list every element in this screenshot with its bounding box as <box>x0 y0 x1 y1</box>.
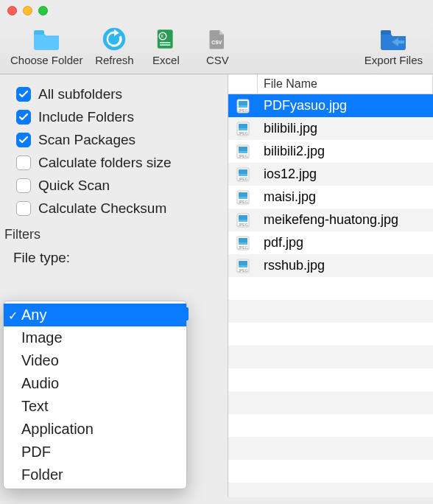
svg-rect-23 <box>239 174 247 176</box>
svg-text:JPEG: JPEG <box>238 154 247 158</box>
table-row[interactable]: JPEG pdf.jpg <box>228 231 433 254</box>
file-name-cell: ios12.jpg <box>258 167 433 182</box>
file-name-cell: pdf.jpg <box>258 235 433 251</box>
svg-rect-6 <box>160 44 170 46</box>
file-type-label: File type: <box>0 247 228 270</box>
file-icon: JPEG <box>228 258 258 274</box>
minimize-window[interactable] <box>23 6 32 15</box>
checkbox-icon <box>16 201 31 216</box>
file-type-option[interactable]: ✓Image <box>4 326 186 349</box>
file-type-option[interactable]: ✓Application <box>4 418 186 441</box>
file-name-cell: bilibili2.jpg <box>258 144 433 159</box>
file-icon: JPEG <box>228 144 258 160</box>
opt-quick-scan[interactable]: Quick Scan <box>16 178 219 194</box>
table-row[interactable]: JPEG meikefeng-huatong.jpg <box>228 209 433 231</box>
col-header-icon[interactable] <box>228 74 258 94</box>
svg-text:JPEG: JPEG <box>238 131 247 136</box>
toolbar: Choose Folder Refresh x Excel <box>0 21 433 74</box>
opt-label: Calculate Checksum <box>38 200 166 217</box>
file-type-option[interactable]: ✓Video <box>4 349 186 372</box>
file-icon: JPEG <box>228 167 258 183</box>
svg-text:JPEG: JPEG <box>238 200 247 204</box>
table-row <box>228 277 433 300</box>
file-name-cell: PDFyasuo.jpg <box>258 98 433 113</box>
opt-label: Include Folders <box>38 109 134 125</box>
opt-all-subfolders[interactable]: All subfolders <box>16 86 219 102</box>
svg-text:JPEG: JPEG <box>238 268 247 273</box>
file-type-option-label: Audio <box>21 375 59 392</box>
table-row[interactable]: JPEG bilibili.jpg <box>228 117 433 140</box>
file-type-option-label: Text <box>21 398 49 415</box>
table-row <box>228 323 433 346</box>
excel-icon: x <box>151 24 180 54</box>
svg-rect-39 <box>239 265 247 267</box>
svg-text:JPEG: JPEG <box>238 245 247 250</box>
svg-rect-31 <box>239 220 247 222</box>
file-type-dropdown[interactable]: ✓Any✓Image✓Video✓Audio✓Text✓Application✓… <box>3 301 187 489</box>
file-type-option-label: Image <box>21 329 63 346</box>
svg-rect-11 <box>239 105 247 108</box>
export-files-label: Export Files <box>365 54 423 66</box>
table-row[interactable]: JPEG rsshub.jpg <box>228 254 433 277</box>
excel-button[interactable]: x Excel <box>140 24 191 66</box>
table-row[interactable]: JPEG ios12.jpg <box>228 163 433 186</box>
check-icon: ✓ <box>8 308 18 322</box>
file-type-option[interactable]: ✓Any <box>4 304 186 326</box>
svg-text:JPEG: JPEG <box>238 223 247 227</box>
export-files-button[interactable]: Export Files <box>359 24 429 66</box>
file-name-cell: rsshub.jpg <box>258 258 433 273</box>
folder-icon <box>32 24 61 54</box>
svg-rect-5 <box>160 42 170 43</box>
opt-label: Calculate folders size <box>38 155 172 171</box>
opt-label: All subfolders <box>38 86 122 102</box>
file-type-option-label: Any <box>21 307 46 323</box>
table-row[interactable]: JPEG bilibili2.jpg <box>228 140 433 163</box>
file-type-option[interactable]: ✓Text <box>4 395 186 418</box>
svg-rect-8 <box>381 30 391 35</box>
file-name-cell: maisi.jpg <box>258 189 433 205</box>
opt-calc-folder-size[interactable]: Calculate folders size <box>16 155 219 171</box>
opt-scan-packages[interactable]: Scan Packages <box>16 132 219 148</box>
file-type-option-label: Folder <box>21 466 63 483</box>
export-icon <box>379 24 408 54</box>
csv-button[interactable]: CSV CSV <box>191 24 243 66</box>
window-controls <box>0 0 433 21</box>
opt-label: Scan Packages <box>38 132 135 148</box>
file-type-option[interactable]: ✓Folder <box>4 463 186 486</box>
svg-rect-27 <box>239 197 247 199</box>
svg-rect-35 <box>239 242 247 245</box>
file-list: File Name JPEG PDFyasuo.jpg JPEG bilibil… <box>228 74 433 497</box>
file-type-option[interactable]: ✓PDF <box>4 441 186 463</box>
svg-text:CSV: CSV <box>212 40 222 45</box>
file-type-option-label: Video <box>21 352 59 369</box>
checkbox-icon <box>16 87 31 102</box>
svg-rect-19 <box>239 151 247 153</box>
choose-folder-button[interactable]: Choose Folder <box>4 24 88 66</box>
close-window[interactable] <box>7 6 17 15</box>
table-row[interactable]: JPEG maisi.jpg <box>228 186 433 209</box>
csv-icon: CSV <box>203 24 232 54</box>
file-icon: JPEG <box>228 212 258 228</box>
opt-include-folders[interactable]: Include Folders <box>16 109 219 125</box>
file-type-option-label: PDF <box>21 444 51 461</box>
file-icon: JPEG <box>228 98 258 114</box>
checkbox-icon <box>16 110 31 125</box>
col-header-filename[interactable]: File Name <box>258 74 433 94</box>
csv-label: CSV <box>206 54 229 66</box>
svg-text:JPEG: JPEG <box>238 108 247 113</box>
table-row <box>228 460 433 483</box>
table-row[interactable]: JPEG PDFyasuo.jpg <box>228 94 433 117</box>
opt-calc-checksum[interactable]: Calculate Checksum <box>16 200 219 217</box>
file-name-cell: meikefeng-huatong.jpg <box>258 212 433 228</box>
choose-folder-label: Choose Folder <box>10 54 82 66</box>
zoom-window[interactable] <box>38 6 48 15</box>
opt-label: Quick Scan <box>38 178 110 194</box>
refresh-icon <box>99 24 129 54</box>
svg-rect-0 <box>34 30 44 35</box>
table-row <box>228 300 433 323</box>
file-type-option-label: Application <box>21 421 94 438</box>
table-row <box>228 368 433 391</box>
file-type-option[interactable]: ✓Audio <box>4 372 186 395</box>
file-icon: JPEG <box>228 121 258 137</box>
refresh-button[interactable]: Refresh <box>88 24 140 66</box>
